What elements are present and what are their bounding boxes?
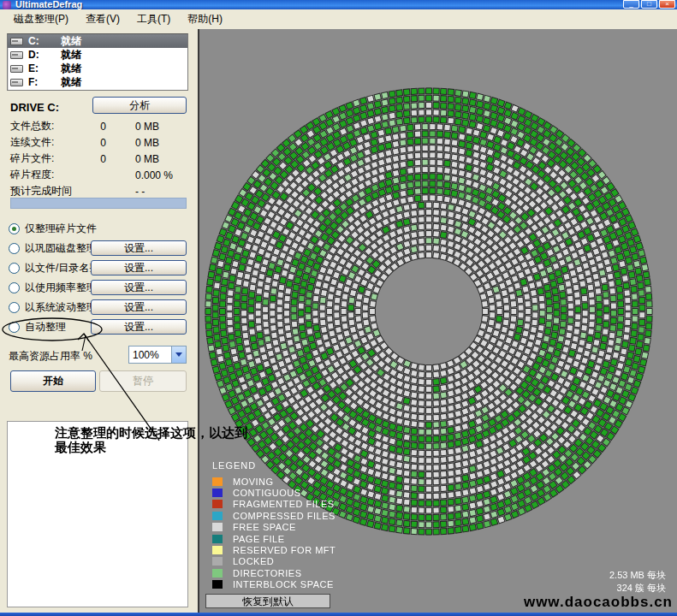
legend-swatch [212,580,223,589]
minimize-button[interactable]: _ [623,0,639,9]
method-option-row: 自动整理设置... [9,317,190,337]
legend-label: PAGE FILE [233,534,285,544]
method-option-row: 仅整理碎片文件 [9,219,190,239]
window-bottom-border [0,613,677,616]
radio-button[interactable] [9,243,20,254]
drive-icon [10,38,23,45]
drive-icon [10,79,23,86]
settings-button[interactable]: 设置... [91,260,187,275]
annotation-text: 注意整理的时候选择这项，以达到 最佳效果 [55,425,247,454]
stats-table: 文件总数:00 MB连续文件:00 MB碎片文件:00 MB碎片程度:0.000… [10,118,188,199]
legend-item: INTERBLOCK SPACE [212,579,336,590]
radio-button[interactable] [9,282,20,293]
app-icon [3,1,11,9]
legend-swatch [212,557,223,566]
stat-count: 0 [92,137,106,149]
start-button[interactable]: 开始 [10,370,96,392]
legend-items: MOVINGCONTIGUOUSFRAGMENTED FILESCOMPRESS… [212,476,336,590]
annotation-line1: 注意整理的时候选择这项，以达到 [55,425,247,440]
legend-item: PAGE FILE [212,533,336,544]
drive-title: DRIVE C: [10,101,59,114]
stat-size: 0 MB [135,153,159,165]
method-label: 仅整理碎片文件 [25,222,97,236]
stat-row: 碎片程度:0.000 % [10,167,188,183]
stat-label: 文件总数: [10,119,92,133]
combobox-arrow-button[interactable] [171,346,186,363]
stat-count: 0 [92,121,106,133]
legend-item: COMPRESSED FILES [212,510,336,521]
radio-button[interactable] [9,302,20,313]
legend-label: DIRECTORIES [233,568,301,578]
control-panel: C:就绪D:就绪E:就绪F:就绪 DRIVE C: 分析 文件总数:00 MB连… [0,29,198,613]
method-option-row: 以使用频率整理设置... [9,278,190,298]
stat-size: 0.000 % [135,169,173,181]
legend-swatch [212,489,223,497]
legend-label: FREE SPACE [233,522,296,532]
drive-name: D: [28,49,61,61]
drive-row[interactable]: D:就绪 [8,48,187,62]
legend-swatch [212,569,223,578]
stat-row: 连续文件:00 MB [10,134,188,151]
method-label: 自动整理 [25,320,66,335]
radio-button[interactable] [9,263,20,274]
settings-button[interactable]: 设置... [91,319,187,335]
drive-row[interactable]: F:就绪 [8,75,187,89]
close-button[interactable]: × [659,0,675,9]
progress-bar [10,198,187,209]
legend-swatch [212,535,223,543]
settings-button[interactable]: 设置... [91,299,187,315]
menu-item-help[interactable]: 帮助(H) [179,9,231,29]
menu-item-view[interactable]: 查看(V) [77,9,128,29]
legend-swatch [212,523,223,531]
drive-name: C: [28,35,61,47]
combobox-value: 100% [129,349,171,361]
maximize-button[interactable]: □ [641,0,657,9]
legend-item: MOVING [212,476,336,487]
legend-item: DIRECTORIES [212,567,336,578]
stat-label: 预计完成时间 [10,184,92,198]
legend-swatch [212,477,223,486]
drive-status: 就绪 [61,75,81,90]
settings-button[interactable]: 设置... [91,280,187,295]
legend-label: COMPRESSED FILES [233,511,336,521]
disk-map-panel: LEGEND MOVINGCONTIGUOUSFRAGMENTED FILESC… [198,29,677,613]
stat-row: 碎片文件:00 MB [10,151,188,167]
legend-label: LOCKED [233,556,274,566]
method-option-row: 以巩固磁盘整理设置... [9,239,190,258]
stat-label: 碎片程度: [10,168,92,182]
method-label: 以巩固磁盘整理 [25,241,97,256]
resource-usage-label: 最高资源占用率 % [9,349,92,364]
pause-button[interactable]: 暂停 [99,370,187,392]
legend-label: CONTIGUOUS [233,488,301,498]
drive-icon [10,51,23,59]
drive-status: 就绪 [61,34,81,49]
menu-item-defrag[interactable]: 磁盘整理(P) [5,9,77,29]
menu-item-tools[interactable]: 工具(T) [128,9,179,29]
restore-defaults-button[interactable]: 恢复到默认 [205,594,330,608]
stat-label: 连续文件: [10,135,92,150]
stat-size: 0 MB [135,121,159,133]
resource-usage-combobox[interactable]: 100% [128,346,187,364]
radio-button[interactable] [9,322,20,333]
cluster-size-label: 324 簇 每块 [609,582,666,595]
drive-row[interactable]: C:就绪 [8,34,187,48]
menu-bar: 磁盘整理(P)查看(V)工具(T)帮助(H) [0,9,677,29]
legend-label: RESERVED FOR MFT [233,545,336,555]
legend-item: FREE SPACE [212,522,336,533]
legend-swatch [212,546,223,554]
app-window: UltimateDefrag _ □ × 磁盘整理(P)查看(V)工具(T)帮助… [0,0,677,616]
settings-button[interactable]: 设置... [91,240,187,256]
method-option-row: 以文件/目录名整理设置... [9,258,190,278]
radio-button[interactable] [9,223,20,234]
legend-swatch [212,500,223,508]
legend-label: MOVING [233,477,274,487]
analyze-button[interactable]: 分析 [92,97,187,114]
defrag-method-options: 仅整理碎片文件以巩固磁盘整理设置...以文件/目录名整理设置...以使用频率整理… [9,219,190,337]
drive-icon [10,65,23,73]
window-title: UltimateDefrag [15,0,82,9]
drive-list[interactable]: C:就绪D:就绪E:就绪F:就绪 [7,33,188,91]
drive-row[interactable]: E:就绪 [8,62,187,75]
stat-size: 0 MB [135,137,159,149]
legend-item: CONTIGUOUS [212,487,336,498]
annotation-line2: 最佳效果 [55,440,247,454]
